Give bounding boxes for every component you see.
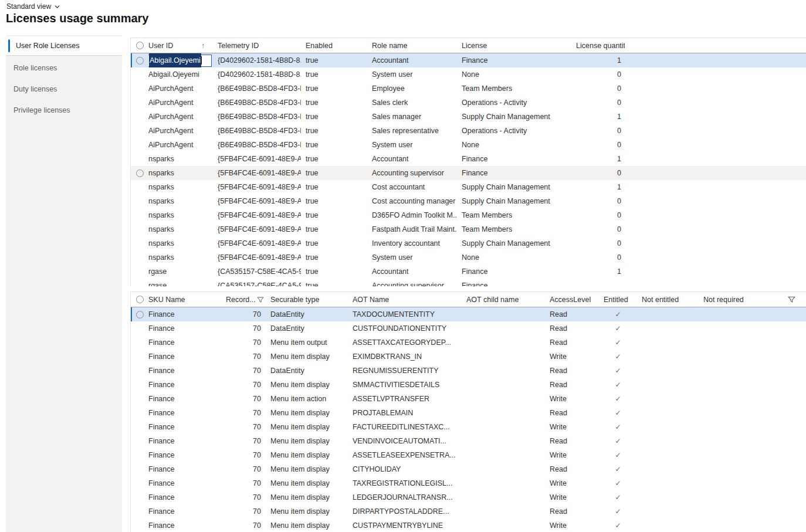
user-id-input[interactable]: Abigail.Ojeyemi	[148, 55, 212, 67]
user-role-row[interactable]: Abigail.Ojeyemi{D4029602-1581-4B8D-8...t…	[131, 53, 806, 67]
column-header-entitled[interactable]: Entitled	[599, 292, 637, 307]
column-header-accesslevel[interactable]: AccessLevel	[545, 292, 599, 307]
cell-record-count: 70	[225, 519, 266, 532]
sidebar-item-user-role-licenses[interactable]: User Role Licenses	[6, 36, 122, 55]
cell-license-quantity: 0	[573, 236, 625, 250]
user-role-row[interactable]: nsparks{5FB4FC4E-6091-48E9-A4...trueD365…	[131, 208, 806, 222]
cell-aot-name: EXIMDBKTRANS_IN	[348, 350, 462, 364]
user-role-row[interactable]: rgase{CA535157-C58E-4CA5-9...trueAccount…	[131, 279, 806, 286]
row-select-cell	[131, 279, 148, 286]
cell-aot-name: ASSETLVPTRANSFER	[348, 392, 462, 406]
cell-record-count: 70	[225, 307, 266, 321]
sku-row[interactable]: Finance70DataEntityTAXDOCUMENTENTITYRead…	[131, 307, 806, 321]
column-header-enabled[interactable]: Enabled	[301, 38, 367, 53]
sidebar-item-role-licenses[interactable]: Role licenses	[6, 57, 122, 79]
row-select-cell	[131, 265, 148, 279]
row-select-cell	[131, 336, 148, 350]
column-header-license-quantity[interactable]: License quantity	[573, 38, 625, 53]
column-header-not-entitled[interactable]: Not entitled	[637, 292, 699, 307]
cell-license: None	[457, 67, 573, 82]
sku-row[interactable]: Finance70Menu item displayPROJTABLEMAINR…	[131, 406, 806, 420]
row-selector-radio[interactable]	[136, 311, 144, 318]
cell-accesslevel: Write	[545, 392, 599, 406]
column-header-sku-name[interactable]: SKU Name	[148, 292, 225, 307]
user-role-row[interactable]: AiPurchAgent{B6E49B8C-B5D8-4FD3-B...true…	[131, 138, 806, 152]
column-header-aot-child-name[interactable]: AOT child name	[462, 292, 545, 307]
user-role-row[interactable]: nsparks{5FB4FC4E-6091-48E9-A4...trueSyst…	[131, 250, 806, 265]
select-all-radio[interactable]	[136, 42, 144, 49]
user-role-row[interactable]: nsparks{5FB4FC4E-6091-48E9-A4...trueCost…	[131, 194, 806, 208]
cell-sku-name: Finance	[148, 519, 225, 532]
user-role-row[interactable]: AiPurchAgent{B6E49B8C-B5D8-4FD3-B...true…	[131, 96, 806, 110]
column-header-user-id[interactable]: User ID ↑	[148, 38, 213, 53]
user-role-row[interactable]: AiPurchAgent{B6E49B8C-B5D8-4FD3-B...true…	[131, 110, 806, 124]
user-role-row[interactable]: nsparks{5FB4FC4E-6091-48E9-A4...trueAcco…	[131, 152, 806, 166]
user-role-row[interactable]: nsparks{5FB4FC4E-6091-48E9-A4...trueFast…	[131, 222, 806, 236]
cell-aot-name: CITYHOLIDAY	[348, 462, 462, 476]
user-role-row[interactable]: rgase{CA535157-C58E-4CA5-9...trueAccount…	[131, 265, 806, 279]
filter-icon[interactable]	[257, 296, 264, 303]
sku-row[interactable]: Finance70Menu item displayASSETLEASEEXPE…	[131, 448, 806, 462]
cell-entitled: ✓	[599, 321, 637, 336]
cell-role-name: Employee	[367, 82, 457, 96]
cell-enabled: true	[301, 194, 367, 208]
select-all-radio[interactable]	[136, 296, 144, 303]
cell-license-quantity: 0	[573, 124, 625, 138]
column-header-role-name[interactable]: Role name	[367, 38, 457, 53]
cell-aot-name: VENDINVOICEAUTOMATI...	[348, 434, 462, 448]
user-role-row[interactable]: nsparks{5FB4FC4E-6091-48E9-A4...trueCost…	[131, 180, 806, 194]
cell-aot-child-name	[462, 364, 545, 378]
sidebar-item-label: User Role Licenses	[16, 42, 79, 50]
filter-icon[interactable]	[788, 296, 795, 303]
sku-row[interactable]: Finance70Menu item displayCITYHOLIDAYRea…	[131, 462, 806, 476]
cell-entitled: ✓	[599, 406, 637, 420]
sku-row[interactable]: Finance70DataEntityCUSTFOUNDATIONENTITYR…	[131, 321, 806, 336]
sku-row[interactable]: Finance70Menu item displaySMMACTIVITIESD…	[131, 378, 806, 392]
cell-aot-child-name	[462, 392, 545, 406]
cell-telemetry-id: {D4029602-1581-4B8D-8...	[213, 67, 301, 82]
cell-license: Finance	[457, 166, 573, 180]
cell-role-name: Accounting supervisor	[367, 166, 457, 180]
entitled-check-icon: ✓	[615, 507, 621, 516]
user-role-row[interactable]: nsparks{5FB4FC4E-6091-48E9-A4...trueAcco…	[131, 166, 806, 180]
row-selector-radio[interactable]	[136, 170, 144, 177]
row-selector-radio[interactable]	[136, 57, 144, 65]
column-header-record-count[interactable]: Record...	[225, 292, 266, 307]
user-role-row[interactable]: AiPurchAgent{B6E49B8C-B5D8-4FD3-B...true…	[131, 124, 806, 138]
column-header-not-required[interactable]: Not required	[699, 292, 781, 307]
sku-row[interactable]: Finance70DataEntityREGNUMISSUERENTITYRea…	[131, 364, 806, 378]
cell-aot-name: DIRPARTYPOSTALADDRE...	[348, 504, 462, 519]
cell-license-quantity: 0	[573, 138, 625, 152]
column-header-telemetry-id[interactable]: Telemetry ID	[213, 38, 301, 53]
sku-row[interactable]: Finance70Menu item displayEXIMDBKTRANS_I…	[131, 350, 806, 364]
sort-ascending-icon: ↑	[201, 42, 205, 50]
sku-row[interactable]: Finance70Menu item displayDIRPARTYPOSTAL…	[131, 504, 806, 519]
header-filler	[625, 38, 806, 53]
cell-license: Team Members	[457, 208, 573, 222]
cell-sku-name: Finance	[148, 336, 225, 350]
row-select-cell	[131, 82, 148, 96]
sku-row[interactable]: Finance70Menu item displayVENDINVOICEAUT…	[131, 434, 806, 448]
row-select-cell	[131, 138, 148, 152]
cell-license: None	[457, 138, 573, 152]
column-header-license[interactable]: License	[457, 38, 573, 53]
sku-row[interactable]: Finance70Menu item actionASSETLVPTRANSFE…	[131, 392, 806, 406]
column-header-aot-name[interactable]: AOT Name	[348, 292, 462, 307]
column-header-securable-type[interactable]: Securable type	[266, 292, 348, 307]
sidebar-item-privilege-licenses[interactable]: Privilege licenses	[6, 100, 122, 121]
row-select-cell	[131, 364, 148, 378]
sku-row[interactable]: Finance70Menu item displayCUSTPAYMENTRYB…	[131, 519, 806, 532]
cell-license-quantity: 0	[573, 166, 625, 180]
sku-row[interactable]: Finance70Menu item displayTAXREGISTRATIO…	[131, 476, 806, 490]
sku-row[interactable]: Finance70Menu item displayLEDGERJOURNALT…	[131, 490, 806, 504]
sidebar-item-duty-licenses[interactable]: Duty licenses	[6, 79, 122, 100]
sku-row[interactable]: Finance70Menu item displayFACTUREEDITLIN…	[131, 420, 806, 434]
cell-enabled: true	[301, 236, 367, 250]
sku-row[interactable]: Finance70Menu item outputASSETTAXCATEGOR…	[131, 336, 806, 350]
view-selector[interactable]: Standard view	[6, 2, 60, 11]
cell-sku-name: Finance	[148, 364, 225, 378]
user-role-row[interactable]: Abigail.Ojeyemi{D4029602-1581-4B8D-8...t…	[131, 67, 806, 82]
user-role-row[interactable]: nsparks{5FB4FC4E-6091-48E9-A4...trueInve…	[131, 236, 806, 250]
user-role-row[interactable]: AiPurchAgent{B6E49B8C-B5D8-4FD3-B...true…	[131, 82, 806, 96]
cell-enabled: true	[301, 96, 367, 110]
